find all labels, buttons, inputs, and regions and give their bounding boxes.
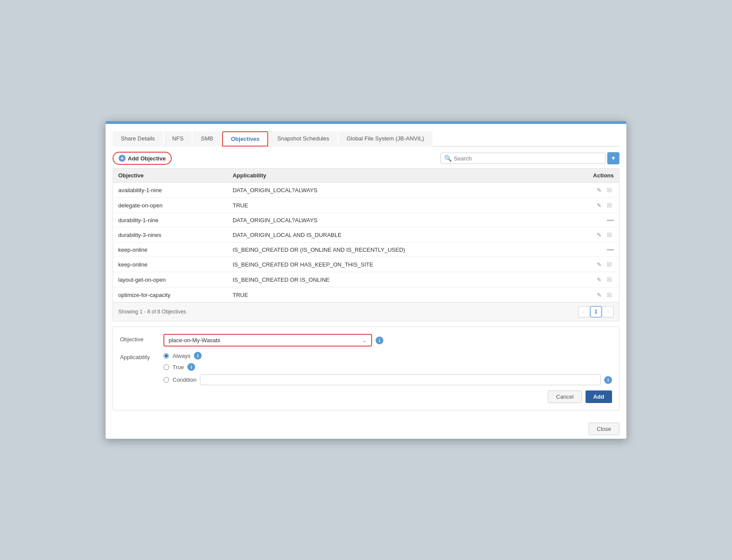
cell-objective: durability-3-nines — [113, 227, 227, 243]
cell-actions: ✎☒ — [562, 287, 619, 303]
search-input[interactable] — [454, 155, 602, 162]
objectives-table: Objective Applicability Actions availabi… — [113, 168, 619, 321]
tab-snapshot-schedules[interactable]: Snapshot Schedules — [269, 131, 337, 147]
add-objective-form: Objective place-on-My-Wasabi ⌄ i Applica… — [113, 327, 619, 410]
edit-icon[interactable]: ✎ — [595, 230, 603, 239]
objective-info-icon[interactable]: i — [376, 337, 383, 344]
objective-control: place-on-My-Wasabi ⌄ i — [163, 334, 612, 347]
cell-objective: keep-online — [113, 257, 227, 272]
tab-nfs[interactable]: NFS — [164, 131, 192, 147]
cancel-button[interactable]: Cancel — [548, 390, 582, 403]
col-actions: Actions — [562, 169, 619, 183]
cell-applicability: DATA_ORIGIN_LOCAL?ALWAYS — [227, 183, 562, 198]
toolbar: + Add Objective 🔍 ▼ — [113, 152, 619, 165]
cell-actions: — — [562, 243, 619, 257]
tab-objectives[interactable]: Objectives — [222, 131, 268, 147]
tab-global-file-system[interactable]: Global File System (JB-ANVIL) — [338, 131, 432, 147]
true-info-icon[interactable]: i — [187, 363, 195, 371]
cell-objective: keep-online — [113, 243, 227, 257]
search-icon: 🔍 — [444, 155, 452, 162]
cell-applicability: IS_BEING_CREATED OR HAS_KEEP_ON_THIS_SIT… — [227, 257, 562, 272]
edit-icon[interactable]: ✎ — [595, 290, 603, 299]
radio-always[interactable] — [163, 353, 169, 359]
cell-applicability: IS_BEING_CREATED OR IS_ONLINE — [227, 272, 562, 287]
condition-info-icon[interactable]: i — [604, 376, 612, 384]
radio-always-row: Always i — [163, 352, 612, 360]
cell-applicability: DATA_ORIGIN_LOCAL?ALWAYS — [227, 213, 562, 227]
cell-objective: durability-1-nine — [113, 213, 227, 227]
prev-page-button[interactable]: ‹ — [578, 306, 589, 317]
tab-smb[interactable]: SMB — [193, 131, 221, 147]
radio-true-label[interactable]: True — [173, 364, 184, 370]
delete-icon[interactable]: ☒ — [605, 201, 614, 210]
main-modal: Share Details NFS SMB Objectives Snapsho… — [105, 121, 627, 439]
cell-actions: ✎☒ — [562, 183, 619, 198]
cell-applicability: TRUE — [227, 198, 562, 213]
cell-applicability: DATA_ORIGIN_LOCAL AND IS_DURABLE — [227, 227, 562, 243]
cell-objective: availability-1-nine — [113, 183, 227, 198]
table-row: durability-1-nineDATA_ORIGIN_LOCAL?ALWAY… — [113, 213, 619, 227]
col-applicability: Applicability — [227, 169, 562, 183]
modal-footer: Close — [106, 417, 626, 439]
plus-icon: + — [119, 155, 126, 162]
table-row: keep-onlineIS_BEING_CREATED OR (IS_ONLIN… — [113, 243, 619, 257]
search-area: 🔍 ▼ — [440, 152, 619, 164]
tabs-container: Share Details NFS SMB Objectives Snapsho… — [113, 131, 619, 147]
edit-icon[interactable]: ✎ — [595, 186, 603, 194]
cell-applicability: IS_BEING_CREATED OR (IS_ONLINE AND IS_RE… — [227, 243, 562, 257]
close-button[interactable]: Close — [589, 423, 619, 435]
edit-icon[interactable]: ✎ — [595, 275, 603, 284]
radio-group: Always i True i Condition i — [163, 352, 612, 385]
delete-icon[interactable]: ☒ — [605, 260, 614, 269]
table-row: delegate-on-openTRUE✎☒ — [113, 198, 619, 213]
next-page-button[interactable]: › — [602, 306, 614, 317]
add-objective-label: Add Objective — [128, 155, 166, 162]
delete-icon[interactable]: ☒ — [605, 275, 614, 284]
radio-condition[interactable] — [163, 377, 169, 383]
objective-selected-value: place-on-My-Wasabi — [169, 337, 220, 343]
dropdown-arrow-button[interactable]: ▼ — [607, 152, 619, 164]
select-arrow-icon: ⌄ — [362, 337, 367, 343]
chevron-down-icon: ▼ — [611, 155, 616, 161]
cell-actions: ✎☒ — [562, 257, 619, 272]
radio-condition-label[interactable]: Condition — [173, 377, 196, 383]
cell-applicability: TRUE — [227, 287, 562, 303]
objective-row: Objective place-on-My-Wasabi ⌄ i — [120, 334, 612, 347]
page-1-button[interactable]: 1 — [590, 306, 602, 317]
delete-icon[interactable]: ☒ — [605, 290, 614, 299]
cell-actions: ✎☒ — [562, 198, 619, 213]
table-row: optimize-for-capacityTRUE✎☒ — [113, 287, 619, 303]
delete-icon[interactable]: ☒ — [605, 230, 614, 239]
always-info-icon[interactable]: i — [194, 352, 202, 360]
pagination-row: Showing 1 - 8 of 8 Objectives ‹ 1 › — [113, 302, 619, 321]
dash-icon: — — [607, 216, 614, 224]
objective-dropdown[interactable]: place-on-My-Wasabi ⌄ — [163, 334, 372, 347]
applicability-field-label: Applicability — [120, 352, 163, 360]
table-row: layout-get-on-openIS_BEING_CREATED OR IS… — [113, 272, 619, 287]
dash-icon: — — [607, 246, 614, 253]
form-actions: Cancel Add — [120, 390, 612, 403]
cell-objective: layout-get-on-open — [113, 272, 227, 287]
pagination-info: Showing 1 - 8 of 8 Objectives — [118, 309, 186, 315]
delete-icon[interactable]: ☒ — [605, 186, 614, 194]
edit-icon[interactable]: ✎ — [595, 260, 603, 269]
add-objective-button[interactable]: + Add Objective — [113, 152, 172, 165]
applicability-control: Always i True i Condition i — [163, 352, 612, 385]
cell-actions: ✎☒ — [562, 272, 619, 287]
condition-input[interactable] — [200, 374, 601, 385]
radio-true-row: True i — [163, 363, 612, 371]
col-objective: Objective — [113, 169, 227, 183]
radio-true[interactable] — [163, 364, 169, 370]
dash-indicator: — — [567, 216, 614, 224]
table-row: durability-3-ninesDATA_ORIGIN_LOCAL AND … — [113, 227, 619, 243]
tab-share-details[interactable]: Share Details — [113, 131, 163, 147]
radio-always-label[interactable]: Always — [173, 353, 190, 359]
table-row: availability-1-nineDATA_ORIGIN_LOCAL?ALW… — [113, 183, 619, 198]
add-button[interactable]: Add — [586, 390, 612, 403]
search-box[interactable]: 🔍 — [440, 153, 606, 164]
objective-field-label: Objective — [120, 334, 163, 343]
modal-content: Share Details NFS SMB Objectives Snapsho… — [106, 124, 626, 417]
dash-indicator: — — [567, 246, 614, 253]
radio-condition-row: Condition i — [163, 374, 612, 385]
edit-icon[interactable]: ✎ — [595, 201, 603, 210]
